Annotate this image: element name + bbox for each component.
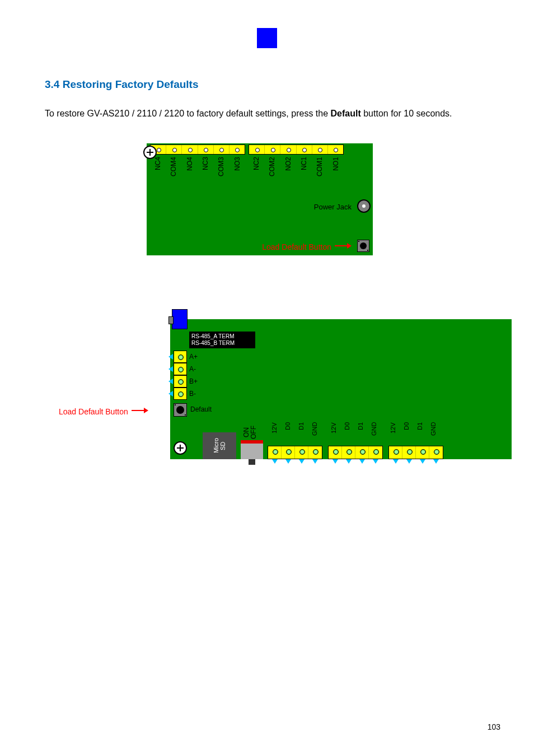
screw-icon	[143, 146, 157, 159]
default-button-text: Default	[190, 405, 212, 413]
load-default-label-2: Load Default Button	[59, 407, 148, 416]
pcb-diagram-bottom: Load Default Button RS-485_A TERM RS-485…	[45, 302, 512, 459]
load-default-button-icon-2	[174, 403, 187, 417]
pin-labels-left: NC4 COM4 NO4 NC3 COM3 NO3	[150, 157, 245, 181]
on-off-label: ONOFF	[243, 426, 260, 439]
body-text-before: To restore GV-AS210 / 2110 / 2120 to fac…	[45, 109, 331, 118]
rs485-term-label: RS-485_A TERM RS-485_B TERM	[189, 332, 255, 348]
rj45-connector-icon	[172, 309, 188, 329]
body-text-after: button for 10 seconds.	[363, 109, 452, 118]
dip-switch-icon	[241, 440, 263, 459]
load-default-button-icon-1	[357, 240, 369, 252]
side-terminal-labels: A+ A- B+ B-	[189, 351, 198, 400]
bottom-terminal-labels: 12V D0 D1 GND 12V D0 D1 GND 12V D0 D1 GN…	[268, 422, 512, 442]
svg-marker-3	[144, 408, 148, 413]
header-blue-marker	[257, 28, 277, 48]
bottom-terminal-blocks	[268, 446, 512, 459]
pcb-diagram-top: NC4 COM4 NO4 NC3 COM3 NO3 NC2 COM2 NO2 N…	[147, 143, 373, 255]
screw-icon	[174, 441, 187, 455]
page-number: 103	[488, 722, 500, 731]
svg-marker-1	[347, 243, 352, 249]
arrow-right-icon	[335, 242, 352, 251]
pin-labels-right: NC2 COM2 NO2 NC1 COM1 NO1	[249, 157, 344, 181]
power-jack-icon	[357, 199, 371, 213]
body-text-default-word: Default	[331, 109, 361, 118]
terminal-block-right	[249, 144, 344, 155]
micro-sd-slot: MicroSD	[203, 432, 236, 459]
section-title: 3.4 Restoring Factory Defaults	[45, 78, 199, 91]
side-terminal-block	[174, 351, 187, 400]
terminal-block-left	[150, 144, 245, 155]
load-default-label-1: Load Default Button	[262, 242, 352, 251]
power-jack-label: Power Jack	[314, 203, 352, 211]
arrow-right-icon	[132, 407, 148, 416]
body-paragraph: To restore GV-AS210 / 2110 / 2120 to fac…	[45, 105, 500, 122]
pcb-board-2: RS-485_A TERM RS-485_B TERM A+ A- B+ B- …	[170, 319, 512, 459]
